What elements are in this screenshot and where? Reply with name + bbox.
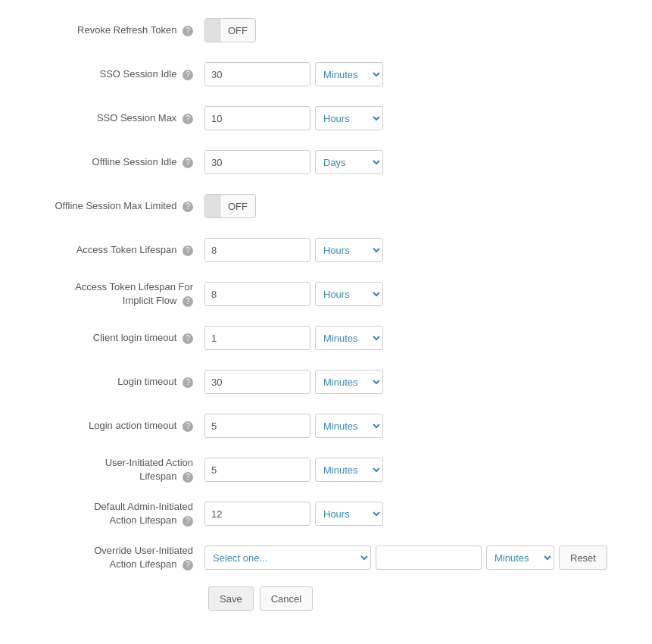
revoke-refresh-token-toggle[interactable]: OFF bbox=[204, 18, 256, 42]
sso-session-max-input[interactable] bbox=[204, 106, 310, 130]
user-initiated-action-lifespan-help-icon[interactable]: ? bbox=[182, 472, 193, 483]
client-login-timeout-input[interactable] bbox=[204, 326, 310, 350]
override-user-action-lifespan-control: Select one... Seconds Minutes Hours Days… bbox=[204, 546, 607, 570]
access-token-lifespan-implicit-unit[interactable]: Seconds Minutes Hours Days bbox=[315, 282, 383, 306]
override-user-action-lifespan-help-icon[interactable]: ? bbox=[182, 560, 193, 571]
login-action-timeout-row: Login action timeout ? Seconds Minutes H… bbox=[23, 411, 629, 441]
access-token-lifespan-input[interactable] bbox=[204, 238, 310, 262]
login-action-timeout-unit[interactable]: Seconds Minutes Hours Days bbox=[315, 414, 383, 438]
client-login-timeout-label: Client login timeout ? bbox=[23, 331, 204, 345]
login-action-timeout-control: Seconds Minutes Hours Days bbox=[204, 414, 383, 438]
sso-session-max-control: Seconds Minutes Hours Days bbox=[204, 106, 383, 130]
user-initiated-action-lifespan-control: Seconds Minutes Hours Days bbox=[204, 458, 383, 482]
access-token-lifespan-unit[interactable]: Seconds Minutes Hours Days bbox=[315, 238, 383, 262]
sso-session-idle-unit[interactable]: Seconds Minutes Hours Days bbox=[315, 62, 383, 86]
sso-session-max-help-icon[interactable]: ? bbox=[182, 114, 193, 124]
login-timeout-row: Login timeout ? Seconds Minutes Hours Da… bbox=[23, 367, 629, 397]
access-token-lifespan-implicit-row: Access Token Lifespan For Implicit Flow … bbox=[23, 279, 629, 309]
access-token-lifespan-label: Access Token Lifespan ? bbox=[23, 243, 204, 257]
toggle-handle bbox=[205, 19, 220, 42]
offline-session-max-limited-help-icon[interactable]: ? bbox=[182, 202, 193, 212]
client-login-timeout-unit[interactable]: Seconds Minutes Hours Days bbox=[315, 326, 383, 350]
save-button[interactable]: Save bbox=[208, 586, 254, 611]
login-action-timeout-help-icon[interactable]: ? bbox=[182, 421, 193, 432]
default-admin-action-lifespan-label: Default Admin-Initiated Action Lifespan … bbox=[23, 500, 204, 527]
sso-session-max-label: SSO Session Max ? bbox=[23, 111, 204, 125]
override-user-action-lifespan-select[interactable]: Select one... bbox=[204, 546, 371, 570]
user-initiated-action-lifespan-label: User-Initiated Action Lifespan ? bbox=[23, 456, 204, 483]
form-actions: Save Cancel bbox=[23, 586, 629, 611]
toggle-off-label: OFF bbox=[220, 19, 255, 42]
access-token-lifespan-implicit-help-icon[interactable]: ? bbox=[182, 296, 193, 307]
client-login-timeout-help-icon[interactable]: ? bbox=[182, 333, 193, 344]
toggle-off-label-2: OFF bbox=[220, 195, 255, 217]
override-user-action-lifespan-reset-button[interactable]: Reset bbox=[559, 546, 607, 570]
override-user-action-lifespan-unit[interactable]: Seconds Minutes Hours Days bbox=[486, 546, 554, 570]
sso-session-idle-help-icon[interactable]: ? bbox=[182, 70, 193, 80]
access-token-lifespan-help-icon[interactable]: ? bbox=[182, 245, 193, 256]
sso-session-idle-row: SSO Session Idle ? Seconds Minutes Hours… bbox=[23, 59, 629, 89]
access-token-lifespan-implicit-input[interactable] bbox=[204, 282, 310, 306]
sso-session-idle-control: Seconds Minutes Hours Days bbox=[204, 62, 383, 86]
access-token-lifespan-row: Access Token Lifespan ? Seconds Minutes … bbox=[23, 235, 629, 265]
login-timeout-unit[interactable]: Seconds Minutes Hours Days bbox=[315, 370, 383, 394]
offline-session-idle-unit[interactable]: Seconds Minutes Hours Days bbox=[315, 150, 383, 174]
override-user-action-lifespan-value-input[interactable] bbox=[376, 546, 482, 570]
client-login-timeout-control: Seconds Minutes Hours Days bbox=[204, 326, 383, 350]
toggle-handle-2 bbox=[205, 195, 220, 217]
override-user-action-lifespan-row: Override User-Initiated Action Lifespan … bbox=[23, 542, 629, 573]
login-timeout-label: Login timeout ? bbox=[23, 375, 204, 389]
user-initiated-action-lifespan-input[interactable] bbox=[204, 458, 310, 482]
client-login-timeout-row: Client login timeout ? Seconds Minutes H… bbox=[23, 323, 629, 353]
offline-session-idle-input[interactable] bbox=[204, 150, 310, 174]
offline-session-idle-label: Offline Session Idle ? bbox=[23, 155, 204, 169]
login-timeout-input[interactable] bbox=[204, 370, 310, 394]
default-admin-action-lifespan-input[interactable] bbox=[204, 502, 310, 526]
sso-session-idle-input[interactable] bbox=[204, 62, 310, 86]
access-token-lifespan-implicit-label: Access Token Lifespan For Implicit Flow … bbox=[23, 280, 204, 308]
sso-session-max-row: SSO Session Max ? Seconds Minutes Hours … bbox=[23, 103, 629, 133]
sso-session-idle-label: SSO Session Idle ? bbox=[23, 67, 204, 81]
cancel-button[interactable]: Cancel bbox=[260, 586, 313, 611]
login-action-timeout-label: Login action timeout ? bbox=[23, 419, 204, 433]
default-admin-action-lifespan-row: Default Admin-Initiated Action Lifespan … bbox=[23, 499, 629, 529]
offline-session-idle-help-icon[interactable]: ? bbox=[182, 158, 193, 168]
revoke-refresh-token-control: OFF bbox=[204, 18, 256, 42]
revoke-refresh-token-row: Revoke Refresh Token ? OFF bbox=[23, 15, 629, 45]
offline-session-max-limited-row: Offline Session Max Limited ? OFF bbox=[23, 191, 629, 221]
user-initiated-action-lifespan-row: User-Initiated Action Lifespan ? Seconds… bbox=[23, 455, 629, 485]
offline-session-max-limited-toggle[interactable]: OFF bbox=[204, 194, 256, 218]
offline-session-idle-control: Seconds Minutes Hours Days bbox=[204, 150, 383, 174]
default-admin-action-lifespan-control: Seconds Minutes Hours Days bbox=[204, 502, 383, 526]
revoke-refresh-token-help-icon[interactable]: ? bbox=[182, 26, 193, 36]
default-admin-action-lifespan-unit[interactable]: Seconds Minutes Hours Days bbox=[315, 502, 383, 526]
access-token-lifespan-control: Seconds Minutes Hours Days bbox=[204, 238, 383, 262]
sso-session-max-unit[interactable]: Seconds Minutes Hours Days bbox=[315, 106, 383, 130]
offline-session-max-limited-label: Offline Session Max Limited ? bbox=[23, 199, 204, 213]
login-timeout-control: Seconds Minutes Hours Days bbox=[204, 370, 383, 394]
access-token-lifespan-implicit-control: Seconds Minutes Hours Days bbox=[204, 282, 383, 306]
override-user-action-lifespan-label: Override User-Initiated Action Lifespan … bbox=[23, 544, 204, 571]
login-action-timeout-input[interactable] bbox=[204, 414, 310, 438]
revoke-refresh-token-label: Revoke Refresh Token ? bbox=[23, 23, 204, 37]
user-initiated-action-lifespan-unit[interactable]: Seconds Minutes Hours Days bbox=[315, 458, 383, 482]
offline-session-idle-row: Offline Session Idle ? Seconds Minutes H… bbox=[23, 147, 629, 177]
login-timeout-help-icon[interactable]: ? bbox=[182, 377, 193, 388]
default-admin-action-lifespan-help-icon[interactable]: ? bbox=[182, 516, 193, 527]
offline-session-max-limited-control: OFF bbox=[204, 194, 256, 218]
